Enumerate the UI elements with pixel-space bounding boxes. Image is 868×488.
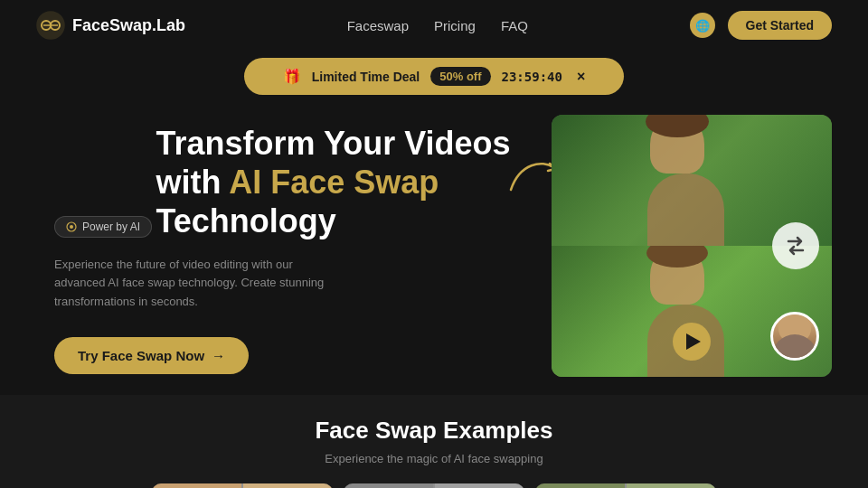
example-card-2: [344, 483, 524, 488]
video-panel: [552, 115, 832, 377]
example-3-before: [535, 483, 625, 488]
example-2-after: [435, 483, 524, 488]
example-1-after: [243, 483, 333, 488]
nav-pricing[interactable]: Pricing: [434, 18, 476, 33]
play-button[interactable]: [673, 323, 711, 361]
nav-faq[interactable]: FAQ: [501, 18, 528, 33]
powered-badge: Power by AI: [54, 216, 152, 238]
example-2-before: [344, 483, 433, 488]
logo[interactable]: FaceSwap.Lab: [36, 11, 185, 40]
navbar: FaceSwap.Lab Faceswap Pricing FAQ 🌐 Get …: [0, 0, 868, 51]
logo-icon: [36, 11, 65, 40]
arrow-icon: →: [212, 348, 225, 363]
example-card-1: [152, 483, 333, 488]
examples-section: Face Swap Examples Experience the magic …: [0, 395, 868, 488]
swap-arrows-icon[interactable]: [772, 222, 819, 269]
source-face-avatar: [770, 312, 819, 361]
try-faceswap-button[interactable]: Try Face Swap Now →: [54, 337, 249, 374]
powered-label: Power by AI: [82, 221, 140, 233]
examples-title: Face Swap Examples: [36, 417, 832, 445]
title-highlight: AI Face Swap: [229, 164, 439, 201]
example-3-after: [627, 483, 716, 488]
examples-row: [36, 483, 832, 488]
hero-section: Power by AI Transform Your Videos with A…: [0, 106, 868, 395]
nav-right: 🌐 Get Started: [690, 11, 832, 40]
discount-badge: 50% off: [430, 67, 490, 86]
banner-text: Limited Time Deal: [312, 70, 420, 84]
hero-left: Power by AI Transform Your Videos with A…: [54, 115, 515, 374]
language-selector[interactable]: 🌐: [690, 13, 715, 38]
svg-point-5: [70, 225, 73, 229]
hero-title: Transform Your Videos with AI Face Swap …: [156, 124, 510, 241]
nav-faceswap[interactable]: Faceswap: [347, 18, 409, 33]
example-1-before: [152, 483, 241, 488]
play-icon: [686, 333, 701, 350]
try-button-label: Try Face Swap Now: [78, 348, 204, 363]
promo-banner: 🎁 Limited Time Deal 50% off 23:59:40 ×: [244, 58, 624, 95]
ai-icon: [66, 221, 77, 232]
get-started-button[interactable]: Get Started: [728, 11, 832, 40]
example-card-3: [535, 483, 716, 488]
title-line1: Transform Your Videos: [156, 125, 510, 162]
title-line3: Technology: [156, 202, 335, 239]
gift-icon: 🎁: [283, 68, 301, 85]
nav-links: Faceswap Pricing FAQ: [347, 18, 528, 33]
swap-icon: [783, 233, 808, 258]
logo-text: FaceSwap.Lab: [72, 16, 185, 35]
hero-description: Experience the future of video editing w…: [54, 256, 335, 312]
countdown-timer: 23:59:40: [502, 70, 562, 84]
banner-close-button[interactable]: ×: [577, 69, 585, 85]
globe-icon: 🌐: [695, 19, 710, 33]
title-line2-plain: with: [156, 164, 229, 201]
examples-subtitle: Experience the magic of AI face swapping: [36, 452, 832, 465]
hero-right: [552, 115, 832, 377]
